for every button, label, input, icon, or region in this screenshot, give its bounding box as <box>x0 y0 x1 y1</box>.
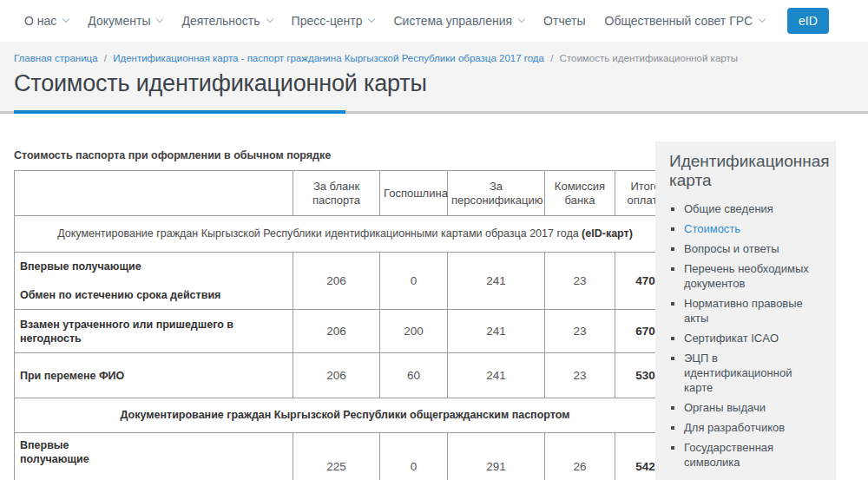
cell-commission: 26 <box>545 433 615 480</box>
bullet-square-icon <box>671 207 674 211</box>
cell-duty: 0 <box>380 253 448 310</box>
nav-item-label: Пресс-центр <box>292 14 363 28</box>
table-header-row: За бланк паспорта Госпошлина За персониф… <box>15 171 676 216</box>
table-row: Впервые получающие Обмен по окончанию ср… <box>15 433 676 480</box>
row-label: Взамен утраченного или пришедшего в него… <box>15 310 293 353</box>
eid-button[interactable]: eID <box>787 8 829 34</box>
cell-duty: 60 <box>380 353 448 398</box>
cell-personalization: 241 <box>448 353 545 398</box>
nav-item-label: Деятельность <box>181 14 260 28</box>
breadcrumb-separator: / <box>104 53 107 63</box>
chevron-down-icon <box>266 16 273 23</box>
sidebar-item-icao-certificate[interactable]: Сертификат ICAO <box>669 331 824 345</box>
cell-duty: 0 <box>380 433 448 480</box>
top-navigation: О нас Документы Деятельность Пресс-центр… <box>0 0 868 42</box>
section-row-eid: Документирование граждан Кыргызской Респ… <box>15 216 676 253</box>
breadcrumb-separator: / <box>550 53 553 63</box>
sidebar-heading-id-card: Идентификационная карта <box>669 152 824 190</box>
nav-item-label: Общественный совет ГРС <box>605 14 753 28</box>
chevron-down-icon <box>368 16 375 23</box>
header-cell-duty: Госпошлина <box>380 171 448 216</box>
bullet-square-icon <box>671 267 674 271</box>
nav-item-documents[interactable]: Документы <box>88 14 162 28</box>
chevron-down-icon <box>62 16 69 23</box>
cell-blank: 206 <box>293 353 380 398</box>
page: О нас Документы Деятельность Пресс-центр… <box>0 0 868 480</box>
cell-commission: 23 <box>545 310 615 353</box>
bullet-square-icon <box>671 357 674 360</box>
page-title: Стоимость идентификационной карты <box>14 70 868 97</box>
cell-commission: 23 <box>545 253 615 310</box>
bullet-square-icon <box>671 247 674 251</box>
header-cell-personalization: За персонификацию <box>448 171 545 216</box>
row-label: Впервые получающие Обмен по истечению ср… <box>15 253 293 310</box>
sidebar-item-digital-signature[interactable]: ЭЦП в идентификационной карте <box>669 351 824 395</box>
bullet-square-icon <box>671 426 674 430</box>
nav-item-about[interactable]: О нас <box>24 14 69 28</box>
cell-personalization: 241 <box>448 310 545 353</box>
sidebar-item-questions[interactable]: Вопросы и ответы <box>669 241 824 256</box>
title-underline <box>14 110 345 114</box>
breadcrumb: Главная страница / Идентификационная кар… <box>14 42 868 65</box>
row-label: При перемене ФИО <box>15 353 293 398</box>
page-header: Главная страница / Идентификационная кар… <box>0 42 868 114</box>
cell-personalization: 241 <box>448 253 545 310</box>
table-row: При перемене ФИО 206 60 241 23 530 <box>15 353 676 398</box>
table-row: Взамен утраченного или пришедшего в него… <box>15 310 676 353</box>
sidebar-item-general-info[interactable]: Общие сведения <box>669 201 824 216</box>
nav-item-activity[interactable]: Деятельность <box>181 14 272 28</box>
sidebar-item-required-documents[interactable]: Перечень необходимых документов <box>669 261 824 291</box>
nav-item-reports[interactable]: Отчеты <box>543 14 585 28</box>
sidebar-item-cost[interactable]: Стоимость <box>669 221 824 236</box>
sidebar: Идентификационная карта Общие сведения С… <box>655 141 836 480</box>
cell-personalization: 291 <box>448 433 545 480</box>
header-cell-empty <box>15 171 293 216</box>
sidebar-item-legal-acts[interactable]: Нормативно правовые акты <box>669 296 824 325</box>
sidebar-item-for-developers[interactable]: Для разработчиков <box>669 420 824 435</box>
nav-item-management-system[interactable]: Система управления <box>393 14 524 28</box>
bullet-square-icon <box>671 227 674 231</box>
header-cell-blank: За бланк паспорта <box>293 171 380 216</box>
sidebar-item-issuing-authorities[interactable]: Органы выдачи <box>669 400 824 415</box>
bullet-square-icon <box>671 337 674 340</box>
table-row: Впервые получающие Обмен по истечению ср… <box>15 253 676 310</box>
section-label-passport: Документирование граждан Кыргызской Респ… <box>15 398 676 433</box>
breadcrumb-current: Стоимость идентификационной карты <box>560 53 738 63</box>
section-label-eid: Документирование граждан Кыргызской Респ… <box>15 216 676 253</box>
bullet-square-icon <box>671 446 674 450</box>
sidebar-item-state-symbols[interactable]: Государственная символика <box>669 440 824 470</box>
nav-item-label: Отчеты <box>543 14 585 28</box>
cell-blank: 206 <box>293 310 380 353</box>
chevron-down-icon <box>759 16 766 23</box>
nav-item-label: Система управления <box>393 14 512 28</box>
row-label: Впервые получающие Обмен по окончанию ср… <box>15 433 293 480</box>
nav-item-label: О нас <box>24 14 56 28</box>
chevron-down-icon <box>518 16 525 23</box>
chevron-down-icon <box>156 16 163 23</box>
bullet-square-icon <box>671 302 674 306</box>
bullet-square-icon <box>671 406 674 410</box>
breadcrumb-link-home[interactable]: Главная страница <box>14 53 98 63</box>
section-row-passport: Документирование граждан Кыргызской Респ… <box>15 398 676 433</box>
breadcrumb-link-id-card[interactable]: Идентификационная карта - паспорт гражда… <box>113 53 544 63</box>
header-cell-commission: Комиссия банка <box>545 171 615 216</box>
nav-item-label: Документы <box>88 14 150 28</box>
cost-table: За бланк паспорта Госпошлина За персониф… <box>14 170 676 480</box>
cell-commission: 23 <box>545 353 615 398</box>
cell-blank: 225 <box>293 433 380 480</box>
cell-duty: 200 <box>380 310 448 353</box>
nav-item-press-center[interactable]: Пресс-центр <box>292 14 375 28</box>
cell-blank: 206 <box>293 253 380 310</box>
nav-item-public-council[interactable]: Общественный совет ГРС <box>605 14 766 28</box>
